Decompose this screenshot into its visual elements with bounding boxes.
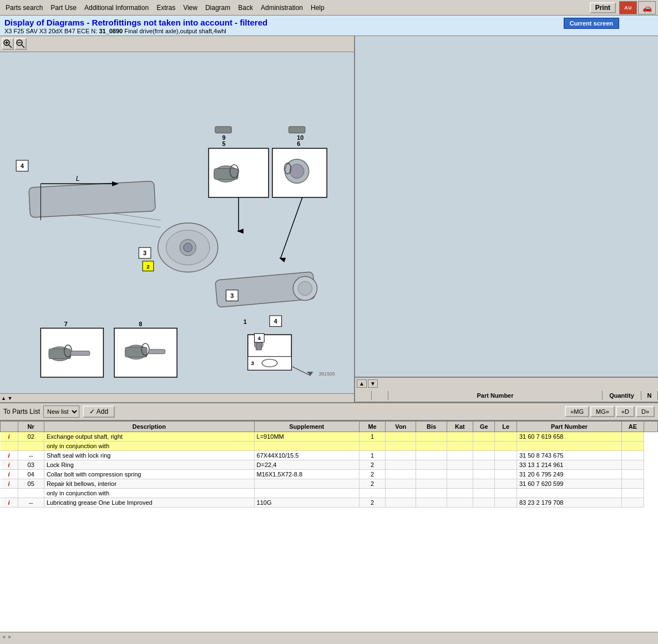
info-icon-cell	[1, 442, 18, 451]
col-n: N	[641, 391, 658, 400]
le-cell	[495, 460, 517, 470]
menu-part-use[interactable]: Part Use	[47, 3, 80, 13]
th-nr: Nr	[18, 422, 44, 432]
description-cell: Lubricating grease One Lube Improved	[44, 498, 254, 508]
nr-cell	[18, 442, 44, 451]
svg-text:1: 1	[244, 318, 247, 324]
supplement-cell	[254, 479, 359, 489]
icon-btn-1[interactable]: A∪	[619, 1, 637, 14]
me-cell: 2	[359, 498, 385, 508]
th-ae: AE	[622, 422, 644, 432]
svg-text:4: 4	[21, 162, 24, 169]
add-button[interactable]: ✓ Add	[83, 405, 115, 418]
me-cell	[359, 489, 385, 498]
col-empty2	[372, 391, 388, 400]
nr-cell: 04	[18, 470, 44, 479]
svg-point-40	[290, 164, 304, 178]
table-row[interactable]: i--Shaft seal with lock ring67X44X10/15.…	[1, 451, 658, 460]
ge-cell	[473, 479, 495, 489]
bis-cell	[416, 489, 447, 498]
th-empty	[1, 422, 18, 432]
menu-additional-information[interactable]: Additional Information	[81, 3, 152, 13]
th-le: Le	[495, 422, 517, 432]
supplement-cell: M16X1,5X72-8.8	[254, 470, 359, 479]
von-cell	[386, 432, 416, 442]
menubar: Parts search Part Use Additional Informa…	[0, 0, 658, 16]
list-selector[interactable]: New list	[43, 405, 79, 418]
table-row[interactable]: i05Repair kit bellows, interior231 60 7 …	[1, 479, 658, 489]
nav-up-arrow[interactable]: ▲	[357, 379, 367, 388]
von-cell	[386, 460, 416, 470]
col-part-number: Part Number	[388, 391, 603, 400]
part-number-cell: 31 20 6 795 249	[517, 470, 621, 479]
nr-cell: 05	[18, 479, 44, 489]
nav-d-prev-button[interactable]: «D	[616, 406, 635, 417]
icon-btn-2[interactable]: 🚗	[638, 1, 656, 14]
von-cell	[386, 489, 416, 498]
th-description: Description	[44, 422, 254, 432]
me-cell: 2	[359, 460, 385, 470]
ae-cell	[622, 489, 644, 498]
th-von: Von	[386, 422, 416, 432]
header-icons: A∪ 🚗	[619, 1, 656, 14]
menu-administration[interactable]: Administration	[257, 3, 306, 13]
title-area: Display of Diagrams - Retrofittings not …	[0, 16, 658, 36]
table-row[interactable]: i02Exchange output shaft, rightL=910MM13…	[1, 432, 658, 442]
diagram-panel: 4 L 3 2	[0, 36, 355, 402]
current-screen-button[interactable]: Current screen	[564, 18, 619, 29]
kat-cell	[447, 479, 473, 489]
ae-cell	[622, 498, 644, 508]
bis-cell	[416, 451, 447, 460]
nav-mg-prev-button[interactable]: «MG	[565, 406, 589, 417]
nav-arrows: ▲ ▼	[355, 378, 658, 389]
ge-cell	[473, 460, 495, 470]
table-row[interactable]: only in conjunction with	[1, 442, 658, 451]
von-cell	[386, 479, 416, 489]
zoom-out-button[interactable]	[14, 38, 27, 50]
svg-text:3: 3	[230, 292, 234, 298]
table-row[interactable]: i03Lock RingD=22,4233 13 1 214 961	[1, 460, 658, 470]
parts-table-header-row: Part Number Quantity N	[355, 389, 658, 402]
nr-cell: --	[18, 451, 44, 460]
menu-help[interactable]: Help	[307, 3, 328, 13]
print-button[interactable]: Print	[590, 2, 616, 13]
info-icon-cell: i	[1, 432, 18, 442]
info-icon-cell	[1, 489, 18, 498]
nav-mg-next-button[interactable]: MG»	[590, 406, 615, 417]
nav-d-next-button[interactable]: D»	[636, 406, 655, 417]
zoom-in-button[interactable]	[2, 38, 14, 50]
table-row[interactable]: i--Lubricating grease One Lube Improved1…	[1, 498, 658, 508]
svg-line-1	[9, 45, 12, 48]
ae-cell	[622, 470, 644, 479]
svg-text:7: 7	[64, 320, 68, 327]
bis-cell	[416, 442, 447, 451]
bottom-toolbar: To Parts List New list ✓ Add «MG MG» «D …	[0, 402, 658, 420]
svg-text:10: 10	[297, 134, 303, 140]
bis-cell	[416, 479, 447, 489]
main-content: 4 L 3 2	[0, 36, 658, 402]
ge-cell	[473, 498, 495, 508]
menu-view[interactable]: View	[180, 3, 201, 13]
menu-back[interactable]: Back	[235, 3, 256, 13]
parts-panel: ▲ ▼ Part Number Quantity N	[355, 36, 658, 402]
info-icon-cell: i	[1, 451, 18, 460]
menu-extras[interactable]: Extras	[153, 3, 179, 13]
me-cell: 1	[359, 432, 385, 442]
diagram-scrollbar[interactable]: ▲ ▼	[0, 393, 354, 402]
menu-parts-search[interactable]: Parts search	[2, 3, 46, 13]
supplement-cell	[254, 442, 359, 451]
supplement-cell	[254, 489, 359, 498]
kat-cell	[447, 460, 473, 470]
svg-text:2: 2	[146, 263, 150, 269]
table-row[interactable]: i04Collar bolt with compression springM1…	[1, 470, 658, 479]
ge-cell	[473, 432, 495, 442]
nav-down-arrow[interactable]: ▼	[368, 379, 378, 388]
menu-diagram[interactable]: Diagram	[202, 3, 234, 13]
page-subtitle: X3 F25 SAV X3 20dX B47 ECE N: 31_0890 Fi…	[4, 28, 654, 34]
col-quantity: Quantity	[603, 391, 641, 400]
horizontal-scrollbar[interactable]: ◄ ►	[0, 632, 658, 641]
th-supplement: Supplement	[254, 422, 359, 432]
le-cell	[495, 489, 517, 498]
table-row[interactable]: only in conjunction with	[1, 489, 658, 498]
kat-cell	[447, 451, 473, 460]
